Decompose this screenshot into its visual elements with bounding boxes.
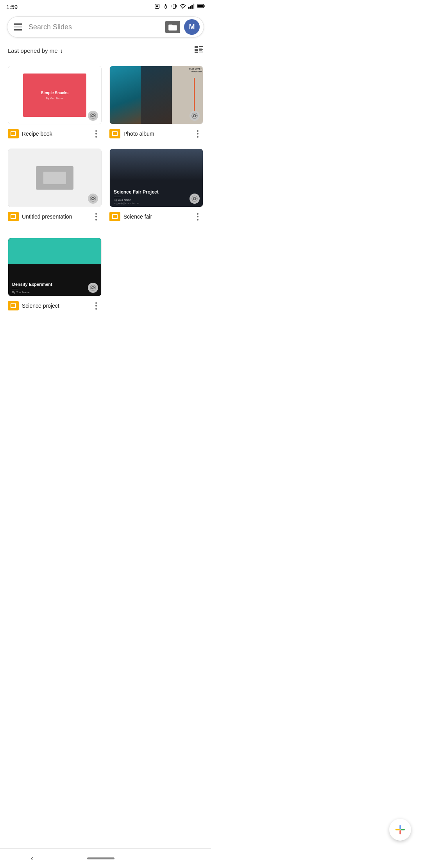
more-button-photo[interactable]	[192, 128, 203, 139]
science-bg	[110, 149, 203, 181]
item-info-untitled: Untitled presentation	[8, 211, 102, 222]
svg-rect-3	[165, 5, 166, 8]
battery-icon	[197, 4, 205, 10]
search-placeholder[interactable]: Search Slides	[29, 23, 161, 31]
more-button-recipe[interactable]	[91, 128, 102, 139]
svg-rect-8	[188, 7, 190, 9]
photo-col2	[141, 66, 172, 124]
svg-point-23	[90, 113, 96, 118]
svg-point-7	[182, 8, 183, 9]
slides-icon-science	[109, 212, 120, 221]
photo-col1	[110, 66, 141, 124]
recipe-card-sub: By Your Name	[46, 97, 64, 100]
svg-rect-16	[199, 46, 203, 47]
remote-icon	[163, 3, 169, 11]
science-title: Science Fair Project	[114, 189, 199, 195]
svg-rect-19	[199, 49, 203, 50]
svg-rect-1	[156, 5, 158, 7]
sort-label-text: Last opened by me	[8, 47, 58, 54]
user-avatar[interactable]: M	[184, 19, 200, 35]
science-divider	[114, 197, 121, 197]
sync-badge-density	[88, 283, 98, 293]
item-info-recipe: Recipe book	[8, 128, 102, 139]
density-divider	[12, 289, 18, 290]
status-time: 1:59	[6, 4, 18, 10]
bridge-icon	[194, 78, 195, 113]
item-info-photo: Photo album	[109, 128, 203, 139]
sync-badge-recipe	[88, 111, 98, 121]
notification-icon	[154, 3, 160, 11]
presentation-item-recipe[interactable]: Simple Snacks By Your Name Recipe book	[4, 62, 106, 145]
slides-icon-untitled	[8, 212, 19, 221]
presentation-item-science-fair[interactable]: Science Fair Project By Your Name no_rep…	[106, 145, 207, 228]
more-button-density[interactable]	[91, 300, 102, 311]
svg-rect-9	[190, 6, 191, 9]
item-info-science-fair: Science fair	[109, 211, 203, 222]
svg-rect-14	[204, 5, 204, 7]
recipe-card-title: Simple Snacks	[39, 91, 71, 95]
view-toggle-button[interactable]	[195, 45, 203, 56]
slides-icon-photo	[109, 129, 120, 138]
sync-badge-science	[190, 194, 200, 204]
presentation-item-photo[interactable]: WEST COAST ROAD TRIP Pho	[106, 62, 207, 145]
svg-rect-15	[195, 46, 198, 48]
svg-rect-18	[195, 49, 198, 51]
sync-badge-photo	[190, 111, 200, 121]
item-name-recipe: Recipe book	[22, 130, 88, 137]
wifi-icon	[180, 4, 186, 10]
search-bar-container: Search Slides M	[0, 13, 211, 41]
density-teal	[8, 238, 101, 264]
slides-icon-recipe	[8, 129, 19, 138]
status-bar: 1:59	[0, 0, 211, 13]
thumb-photo: WEST COAST ROAD TRIP	[109, 66, 203, 124]
item-name-photo: Photo album	[123, 130, 189, 137]
item-name-untitled: Untitled presentation	[22, 213, 88, 220]
science-email: no_reply@example.com	[114, 202, 199, 204]
density-byname: By Your Name	[12, 291, 97, 294]
sort-bar: Last opened by me ↓	[0, 41, 211, 59]
svg-point-27	[90, 285, 96, 291]
thumb-untitled	[8, 149, 102, 207]
presentations-grid: Simple Snacks By Your Name Recipe book	[0, 59, 211, 234]
status-icons	[154, 3, 205, 11]
item-name-density: Science project	[22, 302, 88, 309]
science-byname: By Your Name	[114, 199, 199, 201]
item-info-density: Science project	[8, 300, 102, 311]
item-name-science: Science fair	[123, 213, 189, 220]
more-button-untitled[interactable]	[91, 211, 102, 222]
folder-button[interactable]	[165, 21, 180, 33]
single-row: Density Experiment By Your Name Science …	[0, 234, 211, 322]
svg-point-25	[90, 196, 96, 201]
svg-rect-4	[173, 4, 176, 8]
svg-rect-10	[191, 5, 193, 9]
thumb-recipe: Simple Snacks By Your Name	[8, 66, 102, 124]
svg-point-24	[192, 113, 197, 118]
search-bar[interactable]: Search Slides M	[7, 16, 204, 38]
vibrate-icon	[171, 3, 177, 11]
more-button-science[interactable]	[192, 211, 203, 222]
thumb-science: Science Fair Project By Your Name no_rep…	[109, 149, 203, 207]
svg-rect-13	[197, 5, 203, 7]
svg-point-2	[165, 4, 166, 5]
presentation-item-untitled[interactable]: Untitled presentation	[4, 145, 106, 228]
presentation-item-density[interactable]: Density Experiment By Your Name Science …	[4, 234, 106, 317]
svg-rect-20	[199, 50, 202, 51]
photo-text: WEST COAST ROAD TRIP	[189, 68, 202, 73]
svg-rect-11	[193, 4, 194, 9]
sync-badge-untitled	[88, 194, 98, 204]
thumb-density: Density Experiment By Your Name	[8, 238, 102, 296]
svg-rect-22	[199, 52, 203, 52]
density-title: Density Experiment	[12, 282, 97, 287]
sort-arrow-icon: ↓	[60, 47, 63, 54]
signal-icon	[188, 4, 195, 10]
slides-icon-density	[8, 301, 19, 310]
svg-point-26	[192, 196, 197, 201]
menu-button[interactable]	[11, 21, 25, 33]
sort-button[interactable]: Last opened by me ↓	[8, 47, 63, 54]
svg-rect-17	[199, 48, 202, 48]
slide-placeholder	[36, 166, 73, 189]
svg-rect-21	[195, 52, 198, 53]
